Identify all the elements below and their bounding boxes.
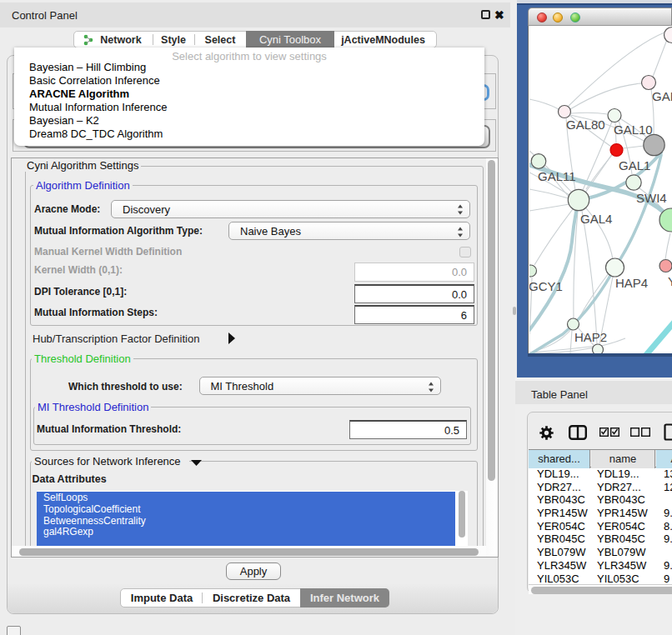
svg-text:GAL7: GAL7 [652, 89, 672, 103]
svg-text:HAP4: HAP4 [615, 276, 648, 290]
svg-text:SWI4: SWI4 [636, 191, 667, 205]
svg-text:GAL11: GAL11 [538, 169, 576, 183]
svg-text:GAL4: GAL4 [580, 212, 612, 226]
svg-text:GAL10: GAL10 [614, 122, 653, 137]
svg-text:HAP2: HAP2 [574, 330, 607, 344]
svg-text:GAL80: GAL80 [566, 118, 605, 132]
svg-text:GAL1: GAL1 [619, 158, 650, 172]
svg-text:Y: Y [668, 274, 672, 288]
svg-text:GCY1: GCY1 [529, 279, 563, 293]
